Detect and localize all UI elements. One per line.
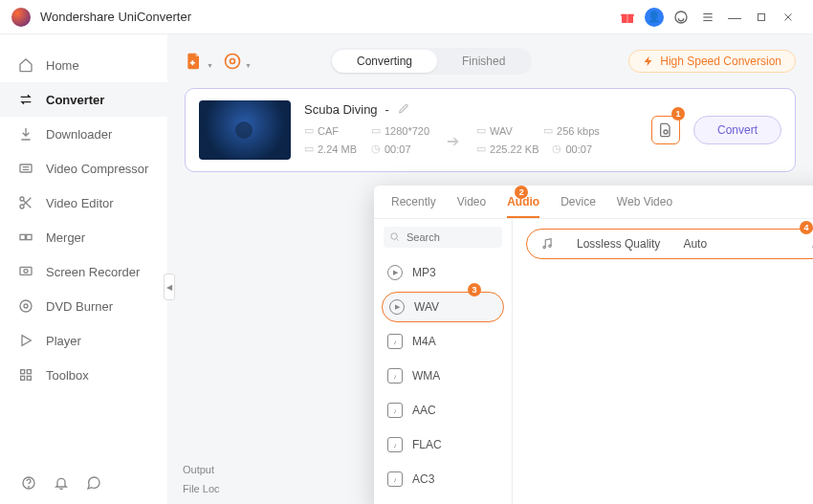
format-label: M4A xyxy=(412,335,436,348)
music-note-icon xyxy=(540,237,554,251)
compressor-icon xyxy=(17,160,34,177)
resolution-icon: ▭ xyxy=(371,124,381,137)
src-duration: 00:07 xyxy=(385,143,411,155)
dst-duration: 00:07 xyxy=(565,143,592,155)
tab-webvideo[interactable]: Web Video xyxy=(617,195,672,218)
sidebar-item-merger[interactable]: Merger xyxy=(0,220,167,254)
sidebar-bottom xyxy=(0,475,101,491)
converter-icon xyxy=(17,91,34,108)
audio-format-icon: ♪ xyxy=(387,403,403,418)
tab-audio[interactable]: Audio 2 xyxy=(507,195,539,218)
main-panel: ▼ ▼ Converting Finished High Speed Conve… xyxy=(167,34,813,504)
sidebar-item-home[interactable]: Home xyxy=(0,48,167,82)
tab-video[interactable]: Video xyxy=(457,195,486,218)
tab-finished[interactable]: Finished xyxy=(437,50,530,73)
svg-point-32 xyxy=(543,246,545,248)
sidebar-item-dvd[interactable]: DVD Burner xyxy=(0,289,167,323)
sidebar-item-label: Video Editor xyxy=(46,196,114,210)
svg-rect-22 xyxy=(21,376,25,380)
format-item-m4a[interactable]: ♪M4A xyxy=(374,324,512,359)
svg-point-30 xyxy=(664,130,668,134)
menu-icon[interactable] xyxy=(694,4,721,31)
convert-button[interactable]: Convert xyxy=(693,116,781,144)
svg-rect-23 xyxy=(27,376,31,380)
format-item-flac[interactable]: ♪FLAC xyxy=(374,427,512,462)
maximize-icon[interactable] xyxy=(748,4,775,31)
file-title-dash: - xyxy=(385,102,389,117)
disc-icon xyxy=(17,297,34,315)
edit-title-icon[interactable] xyxy=(397,103,409,116)
sidebar-item-toolbox[interactable]: Toolbox xyxy=(0,358,167,392)
add-dvd-button[interactable]: ▼ xyxy=(223,52,242,71)
svg-rect-21 xyxy=(27,370,31,374)
app-logo xyxy=(11,8,31,27)
callout-4: 4 xyxy=(800,221,813,234)
dst-bitrate: 256 kbps xyxy=(557,125,600,137)
sidebar-item-label: Merger xyxy=(46,230,85,245)
format-item-wav[interactable]: ▶WAV 3 xyxy=(382,292,504,322)
preset-row[interactable]: Lossless Quality Auto 4 xyxy=(526,229,813,259)
format-label: WAV xyxy=(414,300,439,314)
high-speed-toggle[interactable]: High Speed Conversion xyxy=(628,50,796,73)
svg-point-11 xyxy=(20,197,24,201)
add-file-button[interactable]: ▼ xyxy=(185,52,204,71)
thumbnail[interactable] xyxy=(199,100,291,160)
tab-device[interactable]: Device xyxy=(560,195,596,218)
close-icon[interactable] xyxy=(775,4,802,31)
output-label: Output xyxy=(183,464,220,475)
svg-rect-20 xyxy=(21,370,25,374)
format-item-ac3[interactable]: ♪AC3 xyxy=(374,462,512,496)
file-title-row: Scuba Diving - xyxy=(304,102,638,117)
svg-point-12 xyxy=(20,205,24,208)
popup-tabs: Recently Video Audio 2 Device Web Video xyxy=(374,186,813,219)
src-size: 2.24 MB xyxy=(318,143,357,155)
play-icon xyxy=(17,332,34,349)
audio-format-icon: ♪ xyxy=(387,368,403,383)
sidebar-item-converter[interactable]: Converter xyxy=(0,82,167,117)
audio-format-icon: ▶ xyxy=(387,265,403,280)
format-item-aiff[interactable]: ♪AIFF xyxy=(374,496,512,504)
feedback-icon[interactable] xyxy=(86,475,101,491)
preset-value: Auto xyxy=(683,237,707,251)
svg-point-17 xyxy=(20,300,32,312)
minimize-icon[interactable]: — xyxy=(721,4,748,31)
format-label: MP3 xyxy=(412,266,436,279)
format-label: AC3 xyxy=(412,472,434,486)
preset-panel: Lossless Quality Auto 4 xyxy=(513,219,813,504)
src-format: CAF xyxy=(318,125,339,137)
svg-rect-27 xyxy=(190,62,195,64)
sidebar-item-editor[interactable]: Video Editor xyxy=(0,186,167,220)
scissors-icon xyxy=(17,194,34,211)
format-item-aac[interactable]: ♪AAC xyxy=(374,393,512,427)
sidebar-item-player[interactable]: Player xyxy=(0,323,167,358)
help-icon[interactable] xyxy=(21,475,36,491)
audio-format-icon: ▶ xyxy=(389,299,405,315)
sidebar: Home Converter Downloader Video Compress… xyxy=(0,34,167,504)
sidebar-item-compressor[interactable]: Video Compressor xyxy=(0,151,167,186)
download-icon xyxy=(17,125,34,142)
sidebar-item-label: Player xyxy=(46,334,81,348)
search-input[interactable] xyxy=(384,227,502,248)
bottom-info: Output File Loc xyxy=(183,464,220,494)
svg-point-28 xyxy=(226,55,240,69)
sidebar-item-recorder[interactable]: Screen Recorder xyxy=(0,254,167,289)
svg-point-31 xyxy=(391,233,397,239)
home-icon xyxy=(17,56,34,74)
format-settings-button[interactable]: 1 xyxy=(651,116,680,144)
format-item-mp3[interactable]: ▶MP3 xyxy=(374,255,512,290)
svg-rect-13 xyxy=(20,234,25,239)
gift-icon[interactable] xyxy=(614,4,641,31)
svg-point-25 xyxy=(29,487,30,488)
tab-converting[interactable]: Converting xyxy=(332,50,437,73)
sidebar-item-label: DVD Burner xyxy=(46,299,113,314)
sidebar-item-label: Screen Recorder xyxy=(46,265,140,279)
account-icon[interactable]: 👤 xyxy=(641,4,668,31)
bell-icon[interactable] xyxy=(54,475,69,491)
status-tabs: Converting Finished xyxy=(330,48,532,75)
svg-point-29 xyxy=(231,59,235,64)
sidebar-item-downloader[interactable]: Downloader xyxy=(0,117,167,151)
format-item-wma[interactable]: ♪WMA xyxy=(374,359,512,393)
tab-recently[interactable]: Recently xyxy=(391,195,436,218)
support-icon[interactable] xyxy=(668,4,694,31)
callout-3: 3 xyxy=(468,283,481,296)
